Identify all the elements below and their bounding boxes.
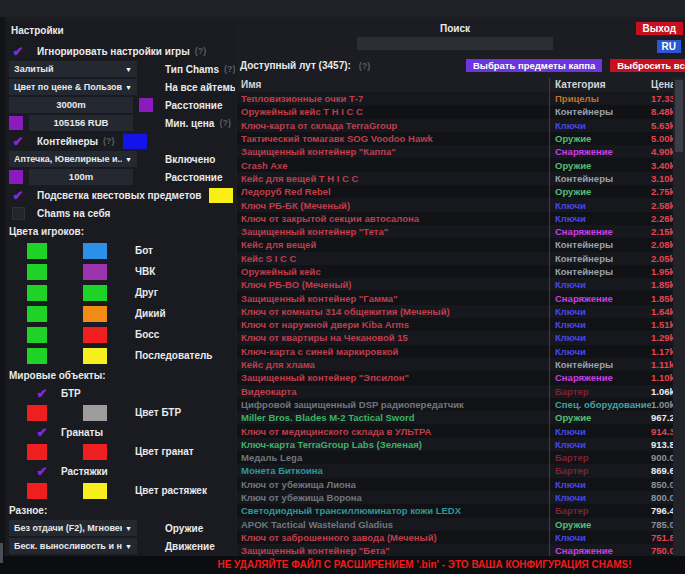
table-row[interactable]: Ключ от квартиры на Чекановой 15Ключи1.2…	[237, 331, 673, 344]
color-swatch[interactable]	[83, 405, 107, 421]
column-header-name[interactable]: Имя	[237, 79, 549, 90]
table-row[interactable]: Ключ от заброшенного завода (Меченый)Клю…	[237, 531, 673, 544]
table-row[interactable]: Кейс для хламаКонтейнеры1.11kk	[237, 358, 673, 371]
table-row[interactable]: Ключ от комнаты 314 общежития (Меченый)К…	[237, 305, 673, 318]
text-input[interactable]: 105156 RUB	[29, 115, 133, 131]
select-kappa-items-button[interactable]: Выбрать предметы каппа	[466, 59, 602, 72]
item-name: Кейс для вещей T H I C C	[237, 173, 549, 184]
table-row[interactable]: Кейс для вещейКонтейнеры2.08kk	[237, 238, 673, 251]
table-row[interactable]: Ледоруб Red RebelОружие2.75kk	[237, 185, 673, 198]
table-row[interactable]: Ключ от убежища ВоронаКлючи800.0k	[237, 491, 673, 504]
color-swatch[interactable]	[83, 483, 107, 499]
table-row[interactable]: Miller Bros. Blades M-2 Tactical SwordОр…	[237, 411, 673, 424]
color-swatch[interactable]	[9, 170, 23, 184]
table-row[interactable]: Защищенный контейнер "Гамма"Снаряжение1.…	[237, 291, 673, 304]
item-name: Ключ от закрытой секции автосалона	[237, 213, 549, 224]
dropdown[interactable]: Залитый▼	[9, 61, 137, 77]
table-row[interactable]: Защищенный контейнер "Эпсилон"Снаряжение…	[237, 371, 673, 384]
table-row[interactable]: Crash AxeОружие3.40kk	[237, 158, 673, 171]
table-row[interactable]: Кейс S I C CКонтейнеры2.05kk	[237, 252, 673, 265]
color-swatch[interactable]	[209, 188, 233, 203]
text-input[interactable]: 100m	[29, 169, 133, 185]
dropdown[interactable]: Беск. выносливость и нет уста▼	[9, 538, 137, 554]
drop-all-button[interactable]: Выбросить все	[610, 59, 685, 72]
table-row[interactable]: APOK Tactical Wasteland GladiusОружие785…	[237, 518, 673, 531]
item-name: Защищенный контейнер "Тета"	[237, 226, 549, 237]
table-row[interactable]: Ключ РБ-ВО (Меченый)Ключи1.85kk	[237, 278, 673, 291]
column-header-category[interactable]: Категория	[549, 78, 651, 91]
checkbox-checked[interactable]: ✔	[9, 134, 27, 149]
table-row[interactable]: Ключ-карта от склада TerraGroupКлючи5.63…	[237, 119, 673, 132]
item-price: 1.51kk	[651, 319, 673, 330]
color-swatch[interactable]	[139, 98, 153, 112]
checkbox-checked[interactable]: ✔	[33, 386, 51, 401]
color-swatch[interactable]	[9, 116, 23, 130]
table-row[interactable]: Ключ РБ-БК (Меченый)Ключи2.58kk	[237, 198, 673, 211]
table-row[interactable]: Кейс для вещей T H I C CКонтейнеры3.10kk	[237, 172, 673, 185]
color-swatch[interactable]	[83, 285, 107, 301]
table-row[interactable]: Ключ-карта с синей маркировкойКлючи1.17k…	[237, 345, 673, 358]
item-name: Ключ от комнаты 314 общежития (Меченый)	[237, 306, 549, 317]
item-category: Бартер	[549, 385, 651, 398]
table-row[interactable]: Медаль LegaБартер900.0k	[237, 451, 673, 464]
checkbox-checked[interactable]: ✔	[33, 425, 51, 440]
table-scrollbar[interactable]	[673, 78, 685, 556]
checkbox-checked[interactable]: ✔	[9, 44, 27, 59]
table-row[interactable]: Тепловизионные очки Т-7Прицелы17.33kk	[237, 92, 673, 105]
color-swatch[interactable]	[27, 327, 47, 343]
table-row[interactable]: Тактический томагавк SOG Voodoo HawkОруж…	[237, 132, 673, 145]
item-price: 3.10kk	[651, 173, 673, 184]
table-row[interactable]: Ключ от наружной двери Kiba ArmsКлючи1.5…	[237, 318, 673, 331]
table-row[interactable]: Защищенный контейнер "Бета"Снаряжение750…	[237, 544, 673, 556]
table-row[interactable]: Светодиодный трансиллюминатор кожи LEDXБ…	[237, 504, 673, 517]
color-swatch[interactable]	[27, 348, 47, 364]
chevron-down-icon: ▼	[125, 543, 132, 550]
checkbox-unchecked[interactable]	[9, 206, 27, 221]
color-swatch[interactable]	[83, 264, 107, 280]
color-swatch[interactable]	[27, 405, 47, 421]
dropdown[interactable]: Аптечка, Ювелирные и...▼	[9, 151, 137, 167]
checkbox-checked[interactable]: ✔	[33, 464, 51, 479]
table-row[interactable]: Защищенный контейнер "Каппа"Снаряжение4.…	[237, 145, 673, 158]
dropdown[interactable]: Без отдачи (F2), Мгновенное п▼	[9, 520, 137, 536]
table-row[interactable]: Оружейный кейс T H I C CКонтейнеры8.48kk	[237, 105, 673, 118]
exit-button[interactable]: Выход	[636, 22, 683, 35]
color-swatch[interactable]	[27, 264, 47, 280]
table-row[interactable]: Ключ от закрытой секции автосалонаКлючи2…	[237, 212, 673, 225]
table-row[interactable]: Цифровой защищенный DSP радиопередатчикС…	[237, 398, 673, 411]
color-swatch[interactable]	[123, 134, 147, 149]
table-row[interactable]: ВидеокартаБартер1.06kk	[237, 385, 673, 398]
color-swatch[interactable]	[83, 243, 107, 259]
color-swatch[interactable]	[27, 483, 47, 499]
checkbox-checked[interactable]: ✔	[9, 188, 27, 203]
color-swatch[interactable]	[27, 243, 47, 259]
dropdown-value: Беск. выносливость и нет уста	[14, 541, 122, 551]
color-swatch[interactable]	[83, 306, 107, 322]
color-swatch[interactable]	[27, 444, 47, 460]
item-name: Ключ от заброшенного завода (Меченый)	[237, 532, 549, 543]
item-category: Ключи	[549, 438, 651, 451]
color-swatch[interactable]	[27, 285, 47, 301]
item-price: 750.0k	[651, 545, 673, 556]
color-swatch[interactable]	[83, 444, 107, 460]
table-row[interactable]: Оружейный кейсКонтейнеры1.95kk	[237, 265, 673, 278]
text-input[interactable]: 3000m	[9, 97, 133, 113]
settings-row: ✔Контейнеры(?)	[9, 133, 235, 149]
item-name: Медаль Lega	[237, 452, 549, 463]
item-price: 1.64kk	[651, 306, 673, 317]
dropdown[interactable]: Цвет по цене & Пользователь▼	[9, 79, 137, 95]
table-row[interactable]: Ключ от убежища ЛионаКлючи850.0k	[237, 478, 673, 491]
table-scrollbar-thumb[interactable]	[675, 80, 683, 152]
search-input[interactable]	[357, 37, 553, 50]
color-swatch[interactable]	[83, 327, 107, 343]
table-row[interactable]: Монета БиткоинаБартер869.6k	[237, 464, 673, 477]
window-edge-scrollbar[interactable]	[0, 543, 3, 563]
table-row[interactable]: Ключ-карта TerraGroup Labs (Зеленая)Ключ…	[237, 438, 673, 451]
input-widget: 100m	[9, 169, 155, 185]
item-category: Бартер	[549, 451, 651, 464]
color-swatch[interactable]	[27, 306, 47, 322]
table-row[interactable]: Защищенный контейнер "Тета"Снаряжение2.1…	[237, 225, 673, 238]
table-row[interactable]: Ключ от медицинского склада в УЛЬТРАКлюч…	[237, 424, 673, 437]
color-swatch[interactable]	[83, 348, 107, 364]
language-button[interactable]: RU	[657, 40, 681, 53]
